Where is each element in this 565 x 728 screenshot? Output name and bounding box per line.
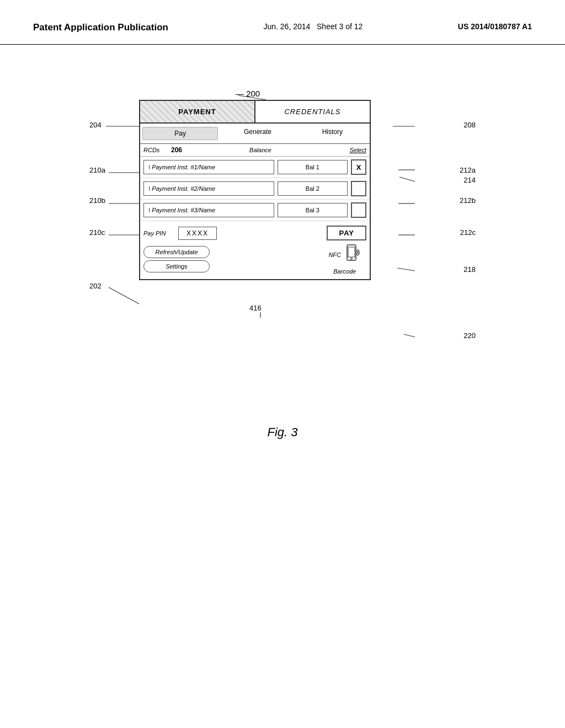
annotation-212c: 212c xyxy=(460,228,476,237)
mockup-area: PAYMENT CREDENTIALS Pay Generate History… xyxy=(139,100,415,280)
header-sheet: Sheet 3 of 12 xyxy=(317,22,363,31)
pin-input[interactable]: XXXX xyxy=(178,227,217,240)
annotation-218: 218 xyxy=(463,265,476,274)
col-select-header: Select xyxy=(333,147,366,153)
col-balance-header: Balance xyxy=(188,147,333,153)
diagram-wrapper: — 200 204 208 210a 212a 214 210b 212b 21… xyxy=(89,89,476,398)
select-checkbox-3[interactable] xyxy=(351,202,366,218)
figure-label: Fig. 3 xyxy=(267,425,297,440)
nfc-icon xyxy=(344,244,361,266)
subtab-generate[interactable]: Generate xyxy=(220,126,295,141)
tab-credentials[interactable]: CREDENTIALS xyxy=(255,101,370,122)
nfc-row: NFC xyxy=(328,244,361,266)
annotation-220: 220 xyxy=(463,331,476,340)
col-rcds-header: RCDs xyxy=(143,147,171,153)
subtabs-row: Pay Generate History xyxy=(140,124,370,144)
pi-row-1: \ Payment Inst. #1/Name Bal 1 X xyxy=(140,157,370,178)
refresh-settings-area: Refresh/Update Settings xyxy=(143,246,210,272)
pay-button[interactable]: PAY xyxy=(327,226,366,240)
annotation-210a: 210a xyxy=(89,166,105,174)
pi-box-1[interactable]: \ Payment Inst. #1/Name xyxy=(143,160,274,174)
main-content: — 200 204 208 210a 212a 214 210b 212b 21… xyxy=(0,45,565,440)
svg-line-16 xyxy=(404,334,415,337)
bal-box-3: Bal 3 xyxy=(278,203,348,217)
nfc-label: NFC xyxy=(328,251,341,258)
bal-box-1: Bal 1 xyxy=(278,160,348,174)
settings-button[interactable]: Settings xyxy=(143,260,210,272)
annotation-204: 204 xyxy=(89,121,102,129)
annotation-208: 208 xyxy=(463,121,476,129)
header-center: Jun. 26, 2014 Sheet 3 of 12 xyxy=(263,22,363,31)
svg-point-2 xyxy=(351,258,353,260)
pi-box-3[interactable]: \ Payment Inst. #3/Name xyxy=(143,203,274,217)
pi-row-3: \ Payment Inst. #3/Name Bal 3 xyxy=(140,200,370,221)
check-x-1: X xyxy=(356,163,361,172)
svg-line-13 xyxy=(109,287,139,304)
annotation-416: 416 xyxy=(249,304,262,312)
svg-rect-1 xyxy=(348,247,355,257)
annotation-200: — 200 xyxy=(236,89,260,98)
pay-pin-row: Pay PIN XXXX PAY xyxy=(143,226,366,240)
select-checkbox-1[interactable]: X xyxy=(351,159,366,175)
header-date: Jun. 26, 2014 xyxy=(263,22,310,31)
subtab-pay[interactable]: Pay xyxy=(142,127,218,140)
mockup-box: PAYMENT CREDENTIALS Pay Generate History… xyxy=(139,100,371,280)
pi-box-2[interactable]: \ Payment Inst. #2/Name xyxy=(143,181,274,196)
annotation-214: 214 xyxy=(463,176,476,184)
pi-row-2: \ Payment Inst. #2/Name Bal 2 xyxy=(140,178,370,200)
annotation-212b: 212b xyxy=(460,196,476,205)
subtab-history[interactable]: History xyxy=(295,126,370,141)
bal-box-2: Bal 2 xyxy=(278,181,348,196)
annotation-210c: 210c xyxy=(89,228,105,237)
select-checkbox-2[interactable] xyxy=(351,181,366,196)
header-right: US 2014/0180787 A1 xyxy=(458,22,532,31)
pay-pin-label: Pay PIN xyxy=(143,230,174,237)
column-headers: RCDs 206 Balance Select xyxy=(140,144,370,157)
annotation-212a: 212a xyxy=(460,166,476,174)
barcode-row: Barcode xyxy=(333,268,356,275)
nfc-barcode-area: NFC xyxy=(328,244,361,275)
barcode-label: Barcode xyxy=(333,268,356,275)
annotation-202: 202 xyxy=(89,282,102,290)
refresh-update-button[interactable]: Refresh/Update xyxy=(143,246,210,258)
header-left: Patent Application Publication xyxy=(33,22,168,33)
col-206-label: 206 xyxy=(171,146,188,154)
bottom-row: Refresh/Update Settings NFC xyxy=(143,244,366,275)
bottom-section: Pay PIN XXXX PAY Refresh/Update Settings xyxy=(140,221,370,279)
tab-payment[interactable]: PAYMENT xyxy=(140,101,255,122)
annotation-210b: 210b xyxy=(89,196,105,205)
patent-header: Patent Application Publication Jun. 26, … xyxy=(0,0,565,45)
tabs-row: PAYMENT CREDENTIALS xyxy=(140,101,370,124)
